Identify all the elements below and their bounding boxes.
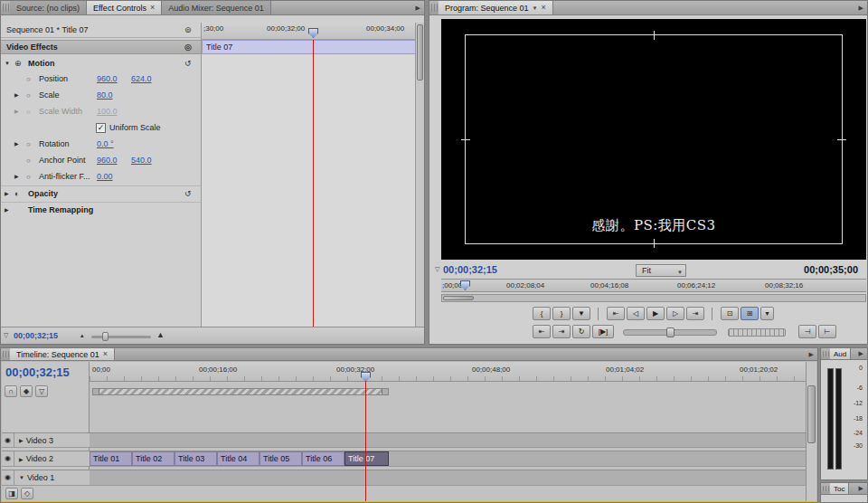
panel-grip[interactable] (3, 4, 9, 12)
clip-title-05[interactable]: Title 05 (259, 451, 302, 466)
anchor-x-value[interactable]: 960.0 (97, 153, 118, 168)
stopwatch-icon[interactable]: ○ (26, 169, 31, 185)
track-row-video3[interactable] (90, 432, 806, 448)
stopwatch-icon[interactable]: ○ (26, 153, 31, 168)
stopwatch-icon[interactable]: ○ (26, 71, 31, 87)
trim-in-button[interactable]: ⊣ (798, 325, 816, 338)
work-area-start-handle[interactable] (93, 389, 99, 394)
time-remapping-label[interactable]: Time Remapping (28, 203, 93, 218)
step-back-button[interactable]: ◁ (627, 307, 645, 320)
stopwatch-icon[interactable]: ○ (26, 137, 31, 152)
twirl-open-icon[interactable]: ▼ (5, 56, 10, 71)
safe-margins-button[interactable]: ⊞ (741, 307, 759, 320)
effect-controls-scrollbar[interactable] (415, 23, 424, 327)
snap-toggle-icon[interactable]: ∩ (5, 385, 17, 397)
position-y-value[interactable]: 624.0 (131, 71, 152, 87)
panel-grip[interactable] (3, 351, 9, 357)
show-keyframes-icon[interactable]: ◇ (21, 488, 33, 499)
set-out-point-button[interactable]: } (552, 307, 571, 320)
jog-disk[interactable] (728, 328, 786, 337)
panel-grip[interactable] (823, 486, 829, 491)
track-row-video1[interactable] (90, 470, 806, 486)
clip-title-06[interactable]: Title 06 (302, 451, 344, 466)
export-frame-button[interactable]: ⊡ (721, 307, 739, 320)
stopwatch-icon[interactable]: ○ (26, 88, 31, 103)
program-ruler[interactable]: ;00;00 00;02;08;04 00;04;16;08 00;06;24;… (441, 279, 866, 292)
loop-button[interactable]: ↻ (572, 325, 590, 338)
tab-tools[interactable]: Toc (830, 483, 849, 494)
play-button[interactable]: ▶ (646, 307, 665, 320)
playhead-line[interactable] (313, 40, 314, 327)
zoom-out-icon[interactable]: ▴ (80, 332, 84, 339)
set-encore-chapter-marker-icon[interactable]: ◆ (20, 385, 33, 397)
toggle-track-output-eye-icon[interactable]: ◉ (2, 433, 14, 447)
set-marker-icon[interactable]: ▽ (35, 385, 48, 397)
rotation-value[interactable]: 0.0 ° (97, 137, 114, 152)
timeline-vertical-scrollbar[interactable] (806, 362, 816, 501)
zoom-slider[interactable] (91, 336, 151, 338)
tab-timeline[interactable]: Timeline: Sequence 01 × (10, 348, 115, 360)
go-to-in-button[interactable]: ⇤ (607, 307, 625, 320)
go-to-previous-edit-button[interactable]: ⇤ (533, 325, 551, 338)
track-header-video1[interactable]: ◉ ▼ Video 1 (2, 470, 90, 486)
twirl-closed-icon[interactable]: ▶ (14, 169, 19, 185)
play-in-to-out-button[interactable]: [▶] (592, 325, 614, 338)
tab-effect-controls[interactable]: Effect Controls × (87, 1, 162, 14)
effect-controls-timecode[interactable]: 00;00;32;15 (14, 331, 58, 340)
twirl-closed-icon[interactable]: ▶ (19, 437, 24, 443)
twirl-open-icon[interactable]: ▼ (19, 475, 24, 480)
close-icon[interactable]: × (542, 4, 546, 12)
track-header-video3[interactable]: ◉ ▶ Video 3 (2, 432, 90, 448)
panel-menu-icon[interactable]: ▶ (855, 350, 867, 357)
clip-title-02[interactable]: Title 02 (132, 451, 175, 466)
twirl-closed-icon[interactable]: ▶ (14, 137, 19, 152)
step-forward-button[interactable]: ▷ (666, 307, 684, 320)
program-current-timecode[interactable]: 00;00;32;15 (443, 264, 497, 275)
anchor-y-value[interactable]: 540.0 (131, 153, 152, 168)
panel-menu-icon[interactable]: ▶ (855, 5, 867, 12)
twirl-closed-icon[interactable]: ▶ (14, 88, 19, 103)
toggle-track-output-eye-icon[interactable]: ◉ (2, 451, 14, 466)
twirl-closed-icon[interactable]: ▶ (5, 186, 9, 202)
tab-audio-meters[interactable]: Aud (830, 348, 851, 359)
tab-program-monitor[interactable]: Program: Sequence 01 ▼ × (439, 1, 553, 14)
panel-grip[interactable] (823, 351, 829, 356)
effect-clip-bar[interactable]: Title 07 (202, 40, 417, 54)
program-viewing-area-bar[interactable] (441, 294, 866, 302)
program-video-viewport[interactable]: 感謝。PS:我用CS3 (441, 19, 866, 260)
zoom-in-icon[interactable]: ▲ (156, 330, 165, 339)
clip-title-03[interactable]: Title 03 (175, 451, 217, 466)
tab-audio-mixer[interactable]: Audio Mixer: Sequence 01 (162, 1, 271, 14)
reset-icon[interactable]: ↺ (184, 56, 192, 71)
timeline-ruler[interactable]: 00;00 00;00;16;00 00;00;32;00 00;00;48;0… (90, 362, 806, 382)
panel-grip[interactable] (431, 4, 438, 12)
track-header-video2[interactable]: ◉ ▶ Video 2 (2, 451, 90, 467)
work-area-end-handle[interactable] (382, 389, 388, 394)
tab-dropdown-icon[interactable]: ▼ (533, 5, 538, 11)
anti-flicker-value[interactable]: 0.00 (97, 169, 113, 185)
twirl-closed-icon[interactable]: ▶ (19, 456, 24, 462)
panel-menu-icon[interactable]: ▶ (412, 5, 424, 12)
twirl-closed-icon[interactable]: ▶ (5, 203, 9, 218)
zoom-slider-thumb[interactable] (102, 332, 108, 341)
set-in-point-button[interactable]: { (533, 307, 551, 320)
timeline-current-timecode[interactable]: 00;00;32;15 (5, 365, 70, 379)
panel-menu-icon[interactable]: ▶ (806, 351, 817, 358)
position-x-value[interactable]: 960.0 (97, 71, 118, 87)
shuttle-thumb[interactable] (666, 327, 675, 337)
track-row-video2[interactable]: Title 01 Title 02 Title 03 Title 04 Titl… (90, 451, 806, 467)
close-icon[interactable]: × (103, 350, 108, 358)
opacity-label[interactable]: Opacity (28, 186, 58, 202)
viewing-area-thumb[interactable] (443, 296, 474, 300)
scrollbar-thumb[interactable] (807, 385, 816, 443)
go-to-out-button[interactable]: ⇥ (686, 307, 704, 320)
reset-icon[interactable]: ↺ (184, 186, 192, 202)
tab-source-monitor[interactable]: Source: (no clips) (10, 1, 87, 14)
uniform-scale-checkbox[interactable]: ✓ (96, 123, 106, 133)
clip-title-07-selected[interactable]: Title 07 (344, 451, 389, 466)
close-icon[interactable]: × (150, 4, 155, 12)
show-hide-timeline-view-icon[interactable]: ⊚ (184, 23, 192, 38)
toggle-track-output-eye-icon[interactable]: ◉ (2, 470, 14, 485)
shuttle-slider[interactable] (623, 329, 717, 336)
panel-menu-icon[interactable]: ▶ (855, 485, 867, 492)
